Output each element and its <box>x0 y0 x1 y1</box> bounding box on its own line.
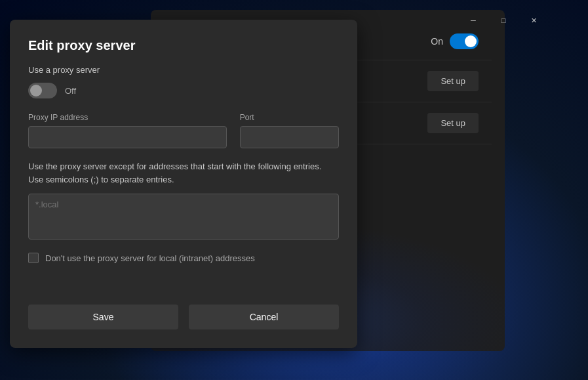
port-group: Port <box>240 113 339 148</box>
local-addresses-checkbox-row: Don't use the proxy server for local (in… <box>28 253 339 263</box>
ip-address-label: Proxy IP address <box>28 113 227 122</box>
dialog-button-row: Save Cancel <box>28 305 339 329</box>
local-addresses-label: Don't use the proxy server for local (in… <box>45 253 255 263</box>
setup-button-1[interactable]: Set up <box>427 71 479 91</box>
proxy-toggle-switch[interactable] <box>28 83 57 98</box>
setup-button-2[interactable]: Set up <box>427 113 479 133</box>
close-button[interactable]: ✕ <box>519 10 549 31</box>
cancel-button[interactable]: Cancel <box>189 305 339 329</box>
port-input[interactable] <box>240 126 339 148</box>
ip-address-input[interactable] <box>28 126 227 148</box>
proxy-toggle-row: Off <box>28 83 339 98</box>
edit-proxy-dialog: Edit proxy server Use a proxy server Off… <box>10 20 357 348</box>
toggle-on-row: On <box>431 33 479 49</box>
exceptions-description: Use the proxy server except for addresse… <box>28 160 339 186</box>
ip-address-group: Proxy IP address <box>28 113 227 148</box>
port-label: Port <box>240 113 339 122</box>
maximize-button[interactable]: □ <box>488 10 519 31</box>
window-titlebar: ─ □ ✕ <box>458 10 549 31</box>
local-addresses-checkbox[interactable] <box>28 253 39 263</box>
exceptions-textarea[interactable] <box>28 194 339 240</box>
dialog-title: Edit proxy server <box>28 38 339 53</box>
save-button[interactable]: Save <box>28 305 178 329</box>
toggle-on-label: On <box>431 36 443 47</box>
toggle-off-label: Off <box>65 86 76 96</box>
toggle-on-switch[interactable] <box>450 33 479 49</box>
use-proxy-label: Use a proxy server <box>28 65 339 75</box>
minimize-button[interactable]: ─ <box>458 10 488 31</box>
ip-port-row: Proxy IP address Port <box>28 113 339 148</box>
